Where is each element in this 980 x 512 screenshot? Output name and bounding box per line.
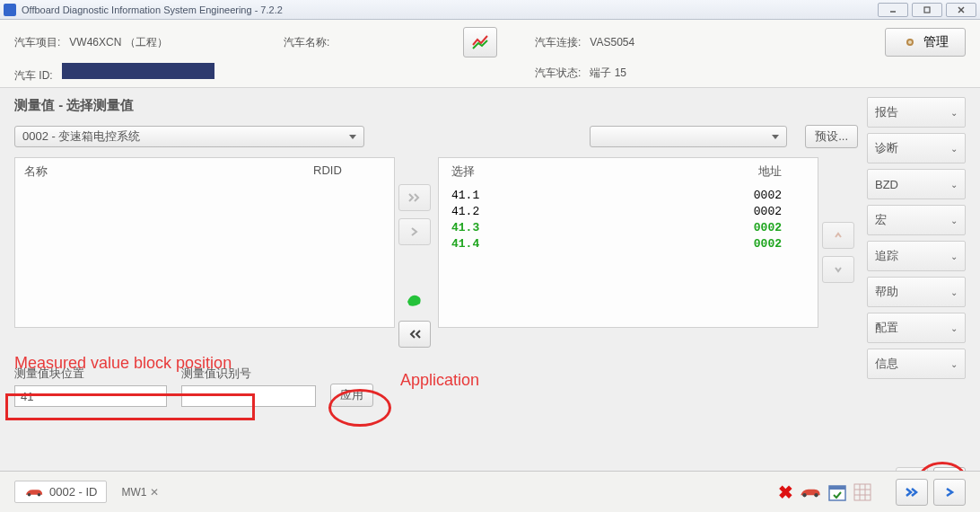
window-title: Offboard Diagnostic Information System E… bbox=[22, 4, 283, 15]
close-button[interactable] bbox=[946, 3, 976, 17]
sidebar-item-label: 追踪 bbox=[875, 248, 898, 264]
manage-label: 管理 bbox=[923, 34, 949, 50]
sidebar-item-diagnosis[interactable]: 诊断⌄ bbox=[867, 133, 966, 163]
svg-point-8 bbox=[802, 493, 806, 497]
svg-rect-12 bbox=[854, 484, 871, 500]
minimize-button[interactable] bbox=[878, 3, 908, 17]
id-value-redacted bbox=[62, 63, 214, 79]
svg-point-6 bbox=[28, 492, 31, 496]
chevron-down-icon: ⌄ bbox=[950, 180, 958, 190]
sidebar-item-label: 帮助 bbox=[875, 284, 898, 300]
tab-chip[interactable]: MW1 ✕ bbox=[116, 484, 164, 500]
sidebar-item-macro[interactable]: 宏⌄ bbox=[867, 205, 966, 235]
left-col-rdid: RDID bbox=[313, 163, 385, 180]
maximize-button[interactable] bbox=[912, 3, 942, 17]
list-item[interactable]: 41.30002 bbox=[448, 220, 809, 236]
chevron-down-icon: ⌄ bbox=[950, 287, 958, 297]
module-chip[interactable]: 0002 - ID bbox=[14, 481, 107, 503]
delete-icon[interactable]: ✖ bbox=[778, 481, 793, 503]
left-list[interactable]: 名称 RDID bbox=[14, 157, 395, 328]
module-chip-label: 0002 - ID bbox=[49, 485, 97, 499]
section-title: 测量值 - 选择测量值 bbox=[14, 97, 858, 114]
car-icon bbox=[24, 487, 44, 498]
chart-icon-button[interactable] bbox=[463, 27, 497, 57]
sidebar: 报告⌄ 诊断⌄ BZD⌄ 宏⌄ 追踪⌄ 帮助⌄ 配置⌄ 信息⌄ bbox=[867, 97, 966, 499]
right-col-addr: 地址 bbox=[511, 163, 809, 180]
chevron-down-icon: ⌄ bbox=[950, 323, 958, 333]
svg-point-7 bbox=[38, 492, 41, 496]
move-down-button[interactable] bbox=[822, 256, 854, 283]
gear-icon bbox=[902, 34, 918, 50]
svg-rect-11 bbox=[829, 486, 845, 490]
sidebar-item-help[interactable]: 帮助⌄ bbox=[867, 277, 966, 307]
apply-button[interactable]: 应用 bbox=[330, 384, 373, 407]
add-button[interactable] bbox=[398, 218, 431, 245]
sidebar-item-report[interactable]: 报告⌄ bbox=[867, 97, 966, 128]
header: 汽车项目: VW46XCN （工程） 汽车名称: 汽车连接: VAS5054 管… bbox=[0, 20, 980, 88]
status-value: 端子 15 bbox=[590, 66, 626, 79]
chevron-down-icon: ⌄ bbox=[950, 108, 958, 118]
sidebar-item-info[interactable]: 信息⌄ bbox=[867, 349, 966, 379]
grid-icon[interactable] bbox=[853, 482, 872, 502]
chevron-down-icon: ⌄ bbox=[950, 359, 958, 369]
mv-rid-label: 测量值识别号 bbox=[181, 366, 316, 382]
left-col-name: 名称 bbox=[24, 163, 313, 180]
footer: 0002 - ID MW1 ✕ ✖ bbox=[0, 471, 980, 512]
remove-all-button[interactable] bbox=[398, 321, 431, 348]
sidebar-item-trace[interactable]: 追踪⌄ bbox=[867, 241, 966, 271]
footer-forward-button[interactable] bbox=[933, 479, 966, 506]
add-all-button[interactable] bbox=[398, 184, 431, 211]
calendar-check-icon[interactable] bbox=[827, 482, 847, 502]
move-up-button[interactable] bbox=[822, 222, 854, 249]
list-item[interactable]: 41.20002 bbox=[448, 204, 809, 220]
sidebar-item-label: 配置 bbox=[875, 320, 898, 336]
chevron-down-icon: ⌄ bbox=[950, 252, 958, 261]
list-item[interactable]: 41.40002 bbox=[448, 236, 809, 252]
right-list[interactable]: 选择 地址 41.1000241.2000241.3000241.40002 bbox=[438, 157, 818, 328]
svg-rect-1 bbox=[924, 7, 930, 13]
system-select-value: 0002 - 变速箱电控系统 bbox=[22, 128, 140, 145]
project-value: VW46XCN （工程） bbox=[69, 36, 167, 49]
right-col-select: 选择 bbox=[448, 163, 511, 180]
system-select[interactable]: 0002 - 变速箱电控系统 bbox=[14, 126, 364, 147]
svg-point-5 bbox=[908, 40, 912, 44]
project-label: 汽车项目: bbox=[14, 36, 60, 49]
sidebar-item-bzd[interactable]: BZD⌄ bbox=[867, 169, 966, 199]
list-item[interactable]: 41.10002 bbox=[448, 188, 809, 204]
chevron-down-icon: ⌄ bbox=[950, 216, 958, 225]
preset-button[interactable]: 预设... bbox=[805, 125, 858, 148]
tab-close-icon[interactable]: ✕ bbox=[150, 486, 159, 499]
preset-select[interactable] bbox=[590, 126, 787, 147]
sidebar-item-label: 诊断 bbox=[875, 140, 898, 156]
name-label: 汽车名称: bbox=[284, 36, 329, 49]
sidebar-item-label: 宏 bbox=[875, 212, 887, 228]
mv-pos-label: 测量值块位置 bbox=[14, 366, 167, 382]
mv-pos-input[interactable] bbox=[14, 385, 167, 407]
status-label: 汽车状态: bbox=[535, 66, 581, 79]
connection-value: VAS5054 bbox=[590, 36, 634, 49]
manage-button[interactable]: 管理 bbox=[885, 28, 966, 57]
chevron-down-icon: ⌄ bbox=[950, 144, 958, 154]
sidebar-item-label: 信息 bbox=[875, 356, 898, 372]
car-icon[interactable] bbox=[799, 485, 822, 499]
svg-point-9 bbox=[814, 493, 818, 497]
sidebar-item-label: BZD bbox=[875, 178, 898, 191]
titlebar: Offboard Diagnostic Information System E… bbox=[0, 0, 980, 20]
bird-icon bbox=[398, 287, 431, 313]
tab-chip-label: MW1 bbox=[121, 486, 146, 499]
mv-rid-input[interactable] bbox=[181, 385, 316, 407]
sidebar-item-config[interactable]: 配置⌄ bbox=[867, 313, 966, 343]
app-icon bbox=[4, 4, 16, 16]
sidebar-item-label: 报告 bbox=[875, 104, 898, 120]
connection-label: 汽车连接: bbox=[535, 36, 581, 49]
footer-fast-forward-button[interactable] bbox=[896, 479, 928, 506]
id-label: 汽车 ID: bbox=[14, 69, 53, 82]
